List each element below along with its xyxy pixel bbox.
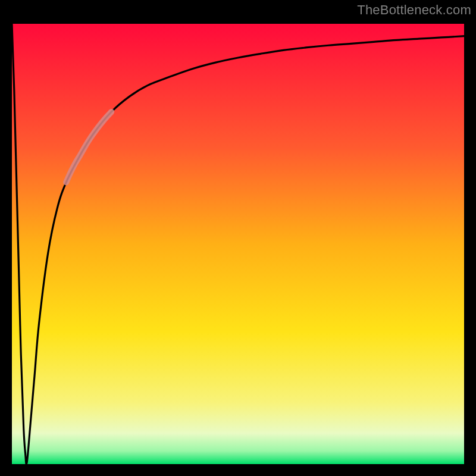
attribution-text: TheBottleneck.com [357,2,471,18]
bottleneck-chart [0,0,476,476]
plot-background [12,24,464,464]
chart-container: TheBottleneck.com [0,0,476,476]
